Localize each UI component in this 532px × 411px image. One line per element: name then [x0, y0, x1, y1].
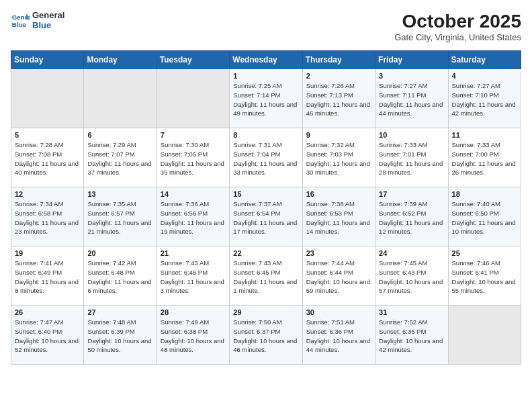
day-cell: 28Sunrise: 7:49 AMSunset: 6:38 PMDayligh… [157, 306, 229, 365]
day-info: Sunrise: 7:52 AMSunset: 6:35 PMDaylight:… [379, 318, 444, 355]
header-cell-friday: Friday [375, 51, 448, 69]
day-cell: 18Sunrise: 7:40 AMSunset: 6:50 PMDayligh… [448, 187, 521, 246]
day-info: Sunrise: 7:43 AMSunset: 6:46 PMDaylight:… [161, 259, 226, 295]
calendar-table: SundayMondayTuesdayWednesdayThursdayFrid… [11, 50, 521, 365]
day-info: Sunrise: 7:30 AMSunset: 7:05 PMDaylight:… [161, 140, 226, 177]
day-info: Sunrise: 7:32 AMSunset: 7:03 PMDaylight:… [306, 140, 371, 177]
day-info: Sunrise: 7:26 AMSunset: 7:13 PMDaylight:… [306, 81, 371, 118]
day-cell: 6Sunrise: 7:29 AMSunset: 7:07 PMDaylight… [84, 128, 157, 187]
day-cell: 22Sunrise: 7:43 AMSunset: 6:45 PMDayligh… [230, 246, 302, 306]
day-cell: 11Sunrise: 7:33 AMSunset: 7:00 PMDayligh… [448, 128, 521, 187]
day-info: Sunrise: 7:39 AMSunset: 6:52 PMDaylight:… [379, 199, 444, 236]
day-info: Sunrise: 7:33 AMSunset: 7:00 PMDaylight:… [452, 140, 517, 177]
month-title: October 2025 [394, 11, 521, 32]
day-number: 22 [233, 249, 298, 257]
day-info: Sunrise: 7:49 AMSunset: 6:38 PMDaylight:… [161, 318, 226, 355]
day-cell: 16Sunrise: 7:38 AMSunset: 6:53 PMDayligh… [302, 187, 375, 246]
day-number: 31 [379, 308, 444, 316]
day-number: 13 [87, 190, 152, 198]
day-number: 4 [452, 72, 517, 80]
day-info: Sunrise: 7:31 AMSunset: 7:04 PMDaylight:… [233, 140, 298, 177]
day-cell: 9Sunrise: 7:32 AMSunset: 7:03 PMDaylight… [302, 128, 375, 187]
day-cell: 29Sunrise: 7:50 AMSunset: 6:37 PMDayligh… [230, 306, 302, 365]
day-cell [84, 69, 157, 128]
logo-blue: Blue [32, 21, 64, 31]
svg-text:Blue: Blue [12, 21, 26, 28]
day-cell: 1Sunrise: 7:25 AMSunset: 7:14 PMDaylight… [230, 69, 302, 128]
week-row-0: 1Sunrise: 7:25 AMSunset: 7:14 PMDaylight… [11, 69, 521, 128]
day-cell: 30Sunrise: 7:51 AMSunset: 6:36 PMDayligh… [302, 306, 375, 365]
day-info: Sunrise: 7:25 AMSunset: 7:14 PMDaylight:… [233, 81, 298, 118]
week-row-2: 12Sunrise: 7:34 AMSunset: 6:58 PMDayligh… [11, 187, 521, 246]
page-header: General Blue General Blue October 2025 G… [11, 11, 521, 42]
day-cell: 14Sunrise: 7:36 AMSunset: 6:56 PMDayligh… [157, 187, 229, 246]
day-number: 20 [87, 249, 152, 257]
day-info: Sunrise: 7:28 AMSunset: 7:08 PMDaylight:… [15, 140, 80, 177]
day-cell: 23Sunrise: 7:44 AMSunset: 6:44 PMDayligh… [302, 246, 375, 306]
day-info: Sunrise: 7:43 AMSunset: 6:45 PMDaylight:… [233, 259, 298, 295]
title-block: October 2025 Gate City, Virginia, United… [394, 11, 521, 42]
day-cell: 3Sunrise: 7:27 AMSunset: 7:11 PMDaylight… [375, 69, 448, 128]
day-number: 25 [452, 249, 517, 257]
day-info: Sunrise: 7:41 AMSunset: 6:49 PMDaylight:… [15, 259, 80, 295]
day-number: 23 [306, 249, 371, 257]
day-cell: 10Sunrise: 7:33 AMSunset: 7:01 PMDayligh… [375, 128, 448, 187]
day-number: 16 [306, 190, 371, 198]
day-number: 2 [306, 72, 371, 80]
day-number: 12 [15, 190, 80, 198]
day-cell: 20Sunrise: 7:42 AMSunset: 6:48 PMDayligh… [84, 246, 157, 306]
day-number: 17 [379, 190, 444, 198]
calendar-header: SundayMondayTuesdayWednesdayThursdayFrid… [11, 51, 521, 69]
day-number: 9 [306, 131, 371, 139]
day-number: 11 [452, 131, 517, 139]
day-number: 10 [379, 131, 444, 139]
day-number: 8 [233, 131, 298, 139]
day-number: 6 [87, 131, 152, 139]
day-cell [11, 69, 84, 128]
header-cell-sunday: Sunday [11, 51, 84, 69]
calendar-body: 1Sunrise: 7:25 AMSunset: 7:14 PMDaylight… [11, 69, 521, 365]
day-info: Sunrise: 7:27 AMSunset: 7:11 PMDaylight:… [379, 81, 444, 118]
day-cell: 15Sunrise: 7:37 AMSunset: 6:54 PMDayligh… [230, 187, 302, 246]
day-number: 26 [15, 308, 80, 316]
day-cell: 31Sunrise: 7:52 AMSunset: 6:35 PMDayligh… [375, 306, 448, 365]
day-number: 1 [233, 72, 298, 80]
location-subtitle: Gate City, Virginia, United States [394, 32, 521, 42]
logo-icon: General Blue [11, 11, 30, 30]
day-info: Sunrise: 7:34 AMSunset: 6:58 PMDaylight:… [15, 199, 80, 236]
day-cell: 8Sunrise: 7:31 AMSunset: 7:04 PMDaylight… [230, 128, 302, 187]
day-cell: 12Sunrise: 7:34 AMSunset: 6:58 PMDayligh… [11, 187, 84, 246]
day-number: 15 [233, 190, 298, 198]
day-info: Sunrise: 7:48 AMSunset: 6:39 PMDaylight:… [87, 318, 152, 355]
day-number: 27 [87, 308, 152, 316]
week-row-1: 5Sunrise: 7:28 AMSunset: 7:08 PMDaylight… [11, 128, 521, 187]
header-cell-saturday: Saturday [448, 51, 521, 69]
day-cell: 26Sunrise: 7:47 AMSunset: 6:40 PMDayligh… [11, 306, 84, 365]
day-info: Sunrise: 7:33 AMSunset: 7:01 PMDaylight:… [379, 140, 444, 177]
day-number: 7 [161, 131, 226, 139]
day-number: 28 [161, 308, 226, 316]
day-cell: 27Sunrise: 7:48 AMSunset: 6:39 PMDayligh… [84, 306, 157, 365]
day-info: Sunrise: 7:29 AMSunset: 7:07 PMDaylight:… [87, 140, 152, 177]
day-info: Sunrise: 7:50 AMSunset: 6:37 PMDaylight:… [233, 318, 298, 355]
day-info: Sunrise: 7:42 AMSunset: 6:48 PMDaylight:… [87, 259, 152, 295]
day-cell: 2Sunrise: 7:26 AMSunset: 7:13 PMDaylight… [302, 69, 375, 128]
day-cell: 5Sunrise: 7:28 AMSunset: 7:08 PMDaylight… [11, 128, 84, 187]
day-info: Sunrise: 7:40 AMSunset: 6:50 PMDaylight:… [452, 199, 517, 236]
day-number: 5 [15, 131, 80, 139]
day-info: Sunrise: 7:35 AMSunset: 6:57 PMDaylight:… [87, 199, 152, 236]
day-number: 30 [306, 308, 371, 316]
week-row-3: 19Sunrise: 7:41 AMSunset: 6:49 PMDayligh… [11, 246, 521, 306]
day-info: Sunrise: 7:44 AMSunset: 6:44 PMDaylight:… [306, 259, 371, 295]
day-info: Sunrise: 7:46 AMSunset: 6:41 PMDaylight:… [452, 259, 517, 295]
day-cell: 17Sunrise: 7:39 AMSunset: 6:52 PMDayligh… [375, 187, 448, 246]
day-number: 24 [379, 249, 444, 257]
day-info: Sunrise: 7:47 AMSunset: 6:40 PMDaylight:… [15, 318, 80, 355]
week-row-4: 26Sunrise: 7:47 AMSunset: 6:40 PMDayligh… [11, 306, 521, 365]
header-cell-monday: Monday [84, 51, 157, 69]
day-number: 21 [161, 249, 226, 257]
header-row: SundayMondayTuesdayWednesdayThursdayFrid… [11, 51, 521, 69]
day-cell: 24Sunrise: 7:45 AMSunset: 6:43 PMDayligh… [375, 246, 448, 306]
day-cell [157, 69, 229, 128]
day-info: Sunrise: 7:37 AMSunset: 6:54 PMDaylight:… [233, 199, 298, 236]
